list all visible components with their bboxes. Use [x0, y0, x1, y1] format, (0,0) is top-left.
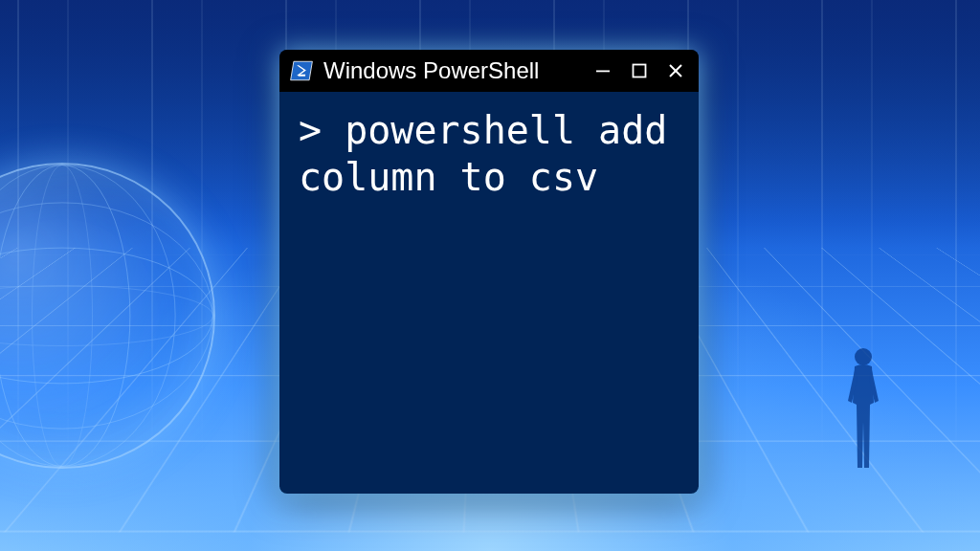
powershell-window[interactable]: Windows PowerShell > powershell add colu… [279, 50, 699, 494]
silhouette-figure [840, 345, 884, 470]
powershell-icon [289, 58, 314, 83]
svg-rect-1 [299, 75, 306, 77]
minimize-button[interactable] [590, 57, 616, 84]
maximize-button[interactable] [626, 57, 653, 84]
terminal-body[interactable]: > powershell add column to csv [279, 92, 699, 494]
svg-point-0 [855, 348, 872, 365]
titlebar[interactable]: Windows PowerShell [279, 50, 699, 92]
close-button[interactable] [662, 57, 689, 84]
prompt-symbol: > [299, 108, 322, 152]
terminal-command-text: powershell add column to csv [299, 108, 690, 199]
window-title: Windows PowerShell [323, 57, 580, 84]
svg-rect-2 [596, 71, 610, 73]
svg-rect-3 [634, 65, 646, 77]
